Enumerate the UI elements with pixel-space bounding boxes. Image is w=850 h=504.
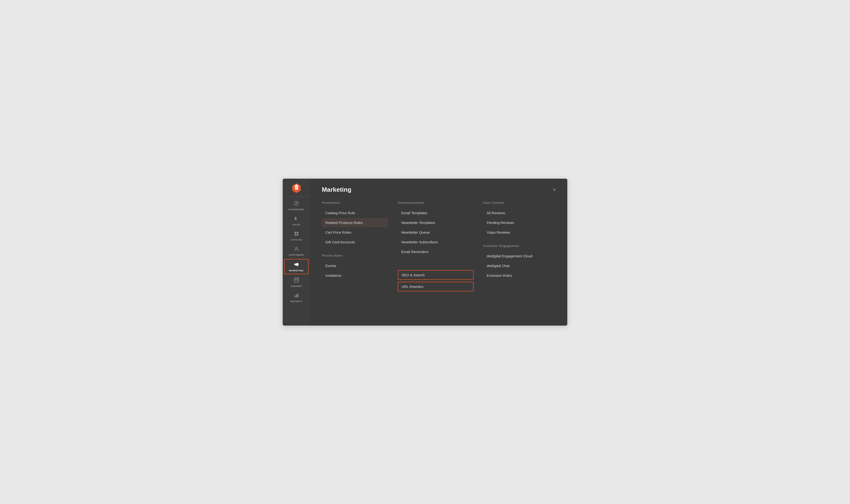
sidebar-item-marketing[interactable]: MARKETING — [284, 259, 309, 274]
promotions-section-title: Promotions — [322, 201, 388, 204]
svg-rect-10 — [295, 278, 296, 280]
marketing-menu: Marketing × Promotions Catalog Price Rul… — [310, 179, 567, 326]
related-products-rules-item[interactable]: Related Products Rules — [322, 218, 388, 227]
sidebar-item-sales[interactable]: $ SALES — [283, 213, 310, 228]
content-icon — [294, 277, 299, 284]
newsletter-queue-item[interactable]: Newsletter Queue — [398, 228, 474, 237]
svg-rect-14 — [296, 294, 297, 298]
svg-rect-5 — [295, 234, 296, 236]
main-content: Marketing × Promotions Catalog Price Rul… — [310, 179, 567, 326]
svg-rect-15 — [297, 293, 298, 298]
customers-icon — [294, 246, 299, 253]
browser-window: DASHBOARD $ SALES CATALOG — [283, 179, 567, 326]
catalog-icon — [294, 231, 299, 238]
seo-search-item[interactable]: SEO & Search — [398, 270, 474, 280]
magento-logo-icon — [291, 183, 302, 193]
pending-reviews-item[interactable]: Pending Reviews — [483, 218, 554, 227]
sales-icon: $ — [294, 216, 299, 222]
svg-rect-12 — [295, 280, 298, 281]
promotions-column: Promotions Catalog Price Rule Related Pr… — [322, 201, 388, 292]
svg-point-7 — [295, 247, 297, 249]
menu-grid: Promotions Catalog Price Rule Related Pr… — [322, 201, 558, 292]
svg-rect-4 — [297, 232, 298, 233]
yotpo-reviews-item[interactable]: Yotpo Reviews — [483, 228, 554, 237]
newsletter-templates-item[interactable]: Newsletter Templates — [398, 218, 474, 227]
sidebar-item-sales-label: SALES — [292, 223, 300, 226]
sidebar-item-customers-label: CUSTOMERS — [289, 254, 304, 256]
sidebar-item-marketing-label: MARKETING — [289, 269, 304, 272]
sidebar-item-dashboard-label: DASHBOARD — [289, 208, 304, 211]
menu-title: Marketing — [322, 186, 351, 193]
all-reviews-item[interactable]: All Reviews — [483, 208, 554, 217]
user-content-column: User Content All Reviews Pending Reviews… — [483, 201, 554, 292]
sidebar-item-dashboard[interactable]: DASHBOARD — [283, 198, 310, 213]
close-button[interactable]: × — [551, 186, 558, 194]
catalog-price-rule-item[interactable]: Catalog Price Rule — [322, 208, 388, 217]
sidebar-item-reports[interactable]: REPORTS — [283, 290, 310, 305]
events-item[interactable]: Events — [322, 261, 388, 270]
svg-rect-8 — [294, 264, 295, 265]
svg-rect-13 — [295, 295, 295, 298]
svg-rect-6 — [297, 234, 298, 236]
dotdigital-engagement-item[interactable]: dotdigital Engagement Cloud — [483, 251, 554, 260]
sidebar-item-content-label: CONTENT — [291, 285, 302, 287]
private-sales-section-title: Private Sales — [322, 254, 388, 257]
sidebar-item-customers[interactable]: CUSTOMERS — [283, 244, 310, 258]
communications-column: Communications Email Templates Newslette… — [398, 201, 474, 292]
user-content-section-title: User Content — [483, 201, 554, 204]
sidebar-item-reports-label: REPORTS — [291, 300, 302, 303]
sidebar-logo — [283, 179, 310, 197]
communications-section-title: Communications — [398, 201, 474, 204]
dotdigital-chat-item[interactable]: dotdigital Chat — [483, 261, 554, 270]
invitations-item[interactable]: Invitations — [322, 271, 388, 280]
svg-text:$: $ — [295, 217, 297, 221]
sidebar-item-catalog[interactable]: CATALOG — [283, 228, 310, 244]
exclusion-rules-item[interactable]: Exclusion Rules — [483, 271, 554, 280]
svg-rect-3 — [295, 232, 296, 233]
email-templates-item[interactable]: Email Templates — [398, 208, 474, 217]
dashboard-icon — [294, 201, 299, 207]
sidebar: DASHBOARD $ SALES CATALOG — [283, 179, 310, 326]
svg-rect-11 — [297, 278, 298, 280]
menu-header: Marketing × — [322, 186, 558, 194]
seo-section-gap — [398, 264, 474, 270]
sidebar-item-catalog-label: CATALOG — [291, 239, 302, 241]
customer-engagement-section-title: Customer Engagement — [483, 244, 554, 248]
cart-price-rules-item[interactable]: Cart Price Rules — [322, 228, 388, 237]
marketing-icon — [294, 262, 299, 268]
email-reminders-item[interactable]: Email Reminders — [398, 247, 474, 256]
sidebar-item-content[interactable]: CONTENT — [283, 275, 310, 290]
svg-point-1 — [296, 203, 297, 203]
url-rewrites-item[interactable]: URL Rewrites — [398, 282, 474, 291]
gift-card-accounts-item[interactable]: Gift Card Accounts — [322, 237, 388, 247]
reports-icon — [294, 293, 299, 299]
svg-rect-9 — [294, 278, 299, 282]
newsletter-subscribers-item[interactable]: Newsletter Subscribers — [398, 237, 474, 247]
